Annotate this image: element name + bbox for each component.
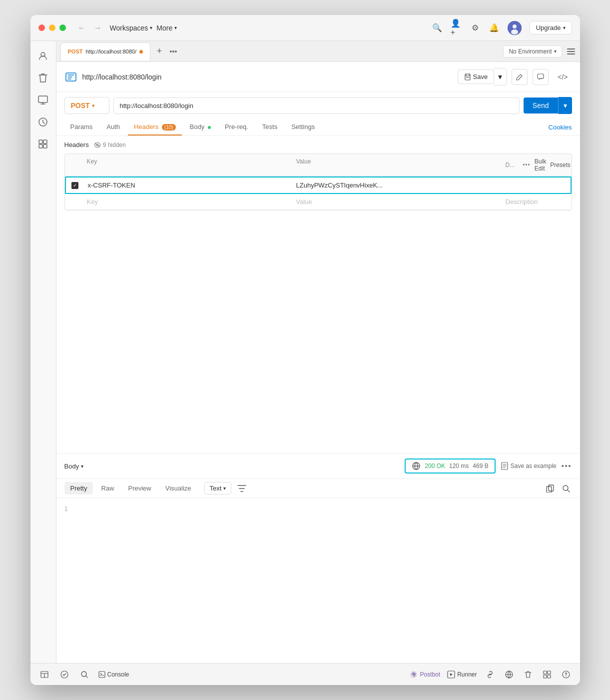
svg-rect-37 [548,671,551,674]
svg-rect-7 [43,140,47,144]
send-button[interactable]: Send [524,98,558,114]
line-number: 1 [64,506,68,512]
invite-icon[interactable]: 👤+ [451,22,462,34]
save-dropdown-button[interactable]: ▾ [494,68,507,86]
svg-point-27 [61,671,68,678]
svg-rect-38 [544,675,547,678]
console-section[interactable]: Console [98,671,129,678]
method-selector[interactable]: POST ▾ [64,97,109,114]
back-button[interactable]: ← [76,22,88,34]
env-settings-icon[interactable] [566,46,576,56]
placeholder-desc-cell: Description [502,194,542,210]
presets-button[interactable]: Presets ▾ [550,162,572,168]
svg-rect-10 [567,48,575,50]
code-button[interactable]: </> [554,71,572,83]
delete-bottom-icon[interactable] [522,668,534,680]
sidebar-item-trash[interactable] [34,69,52,87]
row-checkbox[interactable]: ✓ [71,182,78,189]
tab-prereq[interactable]: Pre-req. [219,119,254,136]
headers-section: Headers 9 hidden [56,136,580,453]
more-icon[interactable]: ••• [523,162,531,168]
search-bottom-icon[interactable] [78,668,90,680]
sidebar-item-history[interactable] [34,113,52,131]
copy-icon[interactable] [544,482,556,494]
save-example-button[interactable]: Save as example [501,462,557,470]
resp-tab-raw[interactable]: Raw [95,482,120,494]
value-cell[interactable]: LZuhyPWzCySTIqenvHixeK... [292,178,501,193]
more-button[interactable]: More ▾ [156,24,177,32]
headers-table-header: Key Value D... ••• Bulk Edit Presets ▾ [65,154,572,176]
collection-icon [64,70,77,84]
tab-more-button[interactable]: ••• [166,44,180,58]
sidebar-item-monitor[interactable] [34,91,52,109]
key-cell[interactable]: x-CSRF-TOKEN [84,178,292,193]
checkbox-cell[interactable]: ✓ [66,178,84,193]
content-area: POST http://localhost:8080/ + ••• No Env… [56,41,580,663]
avatar[interactable] [508,21,522,35]
tab-headers[interactable]: Headers (10) [128,119,182,136]
url-input[interactable] [113,98,520,114]
text-format-selector[interactable]: Text ▾ [204,482,232,494]
response-header: Body ▾ 200 OK 120 ms [56,454,580,479]
more-options-button[interactable]: ••• [562,462,572,470]
method-url-row: POST ▾ Send ▾ [56,92,580,119]
link-icon[interactable] [484,668,496,680]
search-icon[interactable]: 🔍 [432,22,443,34]
response-action-icons [544,482,572,494]
minimize-button[interactable] [49,24,55,31]
tab-tests[interactable]: Tests [256,119,283,136]
placeholder-value-cell[interactable]: Value [292,194,502,210]
tab-settings[interactable]: Settings [285,119,321,136]
send-dropdown-button[interactable]: ▾ [558,97,572,114]
search-resp-icon[interactable] [560,482,572,494]
resp-tab-visualize[interactable]: Visualize [159,482,197,494]
runner-button[interactable]: Runner [447,670,477,678]
tab-bar-right: No Environment ▾ [503,46,576,58]
workspaces-button[interactable]: Workspaces ▾ [110,24,153,32]
check-icon[interactable] [58,668,70,680]
notifications-icon[interactable]: 🔔 [489,22,500,34]
layout-icon[interactable] [38,668,50,680]
placeholder-key-cell[interactable]: Key [83,194,292,210]
postbot-button[interactable]: Postbot [410,670,440,678]
help-icon[interactable] [560,668,572,680]
svg-point-1 [513,24,517,28]
console-label[interactable]: Console [107,671,129,678]
forward-button[interactable]: → [92,22,104,34]
sidebar [30,41,56,663]
table-placeholder-row: Key Value Description [65,194,572,210]
tab-body[interactable]: Body [184,119,217,136]
settings-icon[interactable]: ⚙ [470,22,481,34]
svg-point-41 [566,676,567,676]
bulk-edit-button[interactable]: Bulk Edit [535,158,546,172]
sidebar-item-grid[interactable] [34,135,52,153]
grid-bottom-icon[interactable] [541,668,553,680]
request-tab[interactable]: POST http://localhost:8080/ [60,42,150,60]
new-tab-button[interactable]: + [152,44,166,58]
tab-params[interactable]: Params [64,119,99,136]
sidebar-item-profile[interactable] [34,47,52,65]
globe-bottom-icon[interactable] [503,668,515,680]
filter-icon[interactable] [237,484,246,492]
comment-icon-button[interactable] [533,69,549,85]
environment-selector[interactable]: No Environment ▾ [503,46,562,58]
response-tabs-row: Pretty Raw Preview Visualize Text [56,479,580,498]
save-button[interactable]: Save [458,70,495,84]
headers-table: Key Value D... ••• Bulk Edit Presets ▾ [64,154,572,210]
code-area: 1 [56,498,580,663]
edit-icon-button[interactable] [512,69,528,85]
tab-auth[interactable]: Auth [100,119,126,136]
workspaces-chevron-icon: ▾ [150,25,152,30]
resp-tab-preview[interactable]: Preview [122,482,157,494]
headers-title-row: Headers 9 hidden [64,141,572,148]
response-area: Body ▾ 200 OK 120 ms [56,453,580,663]
body-selector[interactable]: Body ▾ [64,462,84,470]
resp-tab-pretty[interactable]: Pretty [64,482,93,494]
close-button[interactable] [38,24,45,31]
svg-rect-36 [544,671,547,674]
maximize-button[interactable] [59,24,66,31]
upgrade-button[interactable]: Upgrade ▾ [530,21,572,34]
response-status-box: 200 OK 120 ms 469 B [405,458,495,474]
cookies-link[interactable]: Cookies [549,124,572,131]
hidden-count-label: 9 hidden [103,142,126,148]
